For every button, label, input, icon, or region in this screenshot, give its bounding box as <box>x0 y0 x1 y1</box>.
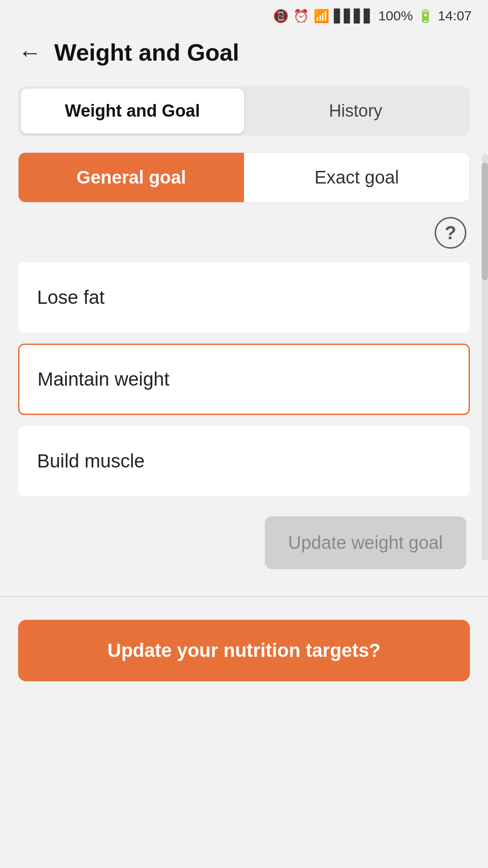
sim-icon: 📵 <box>273 9 289 24</box>
header: ← Weight and Goal <box>0 28 488 77</box>
maintain-weight-option[interactable]: Maintain weight <box>18 344 470 415</box>
goal-options-list: Lose fat Maintain weight Build muscle <box>18 262 470 507</box>
update-weight-goal-button[interactable]: Update weight goal <box>265 516 466 569</box>
tab-weight-and-goal[interactable]: Weight and Goal <box>21 89 244 133</box>
tab-history[interactable]: History <box>244 89 467 133</box>
lose-fat-option[interactable]: Lose fat <box>18 262 470 333</box>
general-goal-toggle[interactable]: General goal <box>19 153 244 202</box>
scrollbar-thumb[interactable] <box>482 163 488 280</box>
section-divider <box>0 596 488 597</box>
clock: 14:07 <box>438 8 472 24</box>
help-row: ? <box>0 203 488 253</box>
signal-icon: ▋▋▋▋ <box>334 9 374 24</box>
update-nutrition-targets-button[interactable]: Update your nutrition targets? <box>18 620 470 681</box>
goal-type-toggle: General goal Exact goal <box>18 152 470 203</box>
exact-goal-toggle[interactable]: Exact goal <box>244 153 469 202</box>
bottom-cta-row: Update your nutrition targets? <box>18 620 470 681</box>
main-tab-bar: Weight and Goal History <box>18 86 470 136</box>
help-icon[interactable]: ? <box>435 217 466 249</box>
battery-icon: 🔋 <box>418 9 433 24</box>
alarm-icon: ⏰ <box>293 9 309 24</box>
status-icons: 📵 ⏰ 📶 ▋▋▋▋ 100% 🔋 14:07 <box>273 8 472 24</box>
wifi-icon: 📶 <box>314 9 329 24</box>
status-bar: 📵 ⏰ 📶 ▋▋▋▋ 100% 🔋 14:07 <box>0 0 488 28</box>
page-title: Weight and Goal <box>54 39 239 66</box>
battery-percent: 100% <box>378 8 413 24</box>
scrollbar[interactable] <box>482 154 488 561</box>
back-button[interactable]: ← <box>18 41 42 64</box>
build-muscle-option[interactable]: Build muscle <box>18 426 470 496</box>
update-weight-goal-row: Update weight goal <box>22 516 466 569</box>
